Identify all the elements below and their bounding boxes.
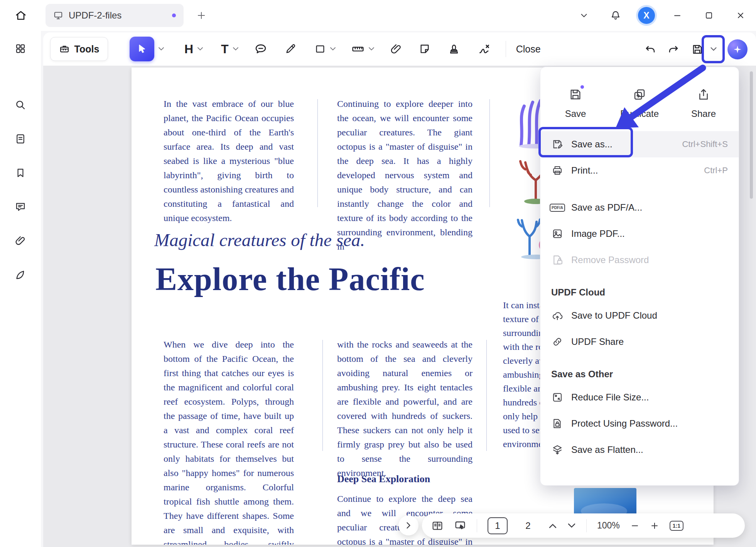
save-menu-dropdown-button[interactable] bbox=[706, 47, 721, 52]
minus-icon bbox=[630, 521, 640, 530]
comments-button[interactable] bbox=[10, 197, 30, 217]
compress-icon bbox=[551, 391, 564, 403]
menu-item-reduce-file-size[interactable]: Reduce File Size... bbox=[540, 384, 739, 410]
unsaved-changes-dot bbox=[172, 14, 176, 17]
bookmarks-button[interactable] bbox=[10, 163, 30, 183]
maximize-button[interactable] bbox=[700, 6, 718, 25]
undo-button[interactable] bbox=[644, 43, 656, 56]
menu-share-button[interactable]: Share bbox=[672, 75, 736, 131]
menu-item-save-as[interactable]: Save as... Ctrl+Shift+S bbox=[540, 131, 739, 157]
reader-view-button[interactable] bbox=[431, 520, 444, 532]
flatten-layers-icon bbox=[551, 444, 564, 456]
menu-section-cloud: UPDF Cloud bbox=[540, 273, 739, 302]
heading-tool-chevron[interactable] bbox=[197, 47, 203, 51]
signature-tool-button[interactable] bbox=[478, 42, 492, 56]
attach-tool-button[interactable] bbox=[390, 43, 402, 55]
menu-item-updf-share[interactable]: UPDF Share bbox=[540, 329, 739, 355]
page-1-button[interactable]: 1 bbox=[488, 517, 508, 534]
account-avatar[interactable]: X bbox=[638, 7, 655, 24]
ai-assistant-button[interactable] bbox=[727, 39, 748, 59]
app-grid-button[interactable] bbox=[10, 39, 30, 59]
text-tool-chevron[interactable] bbox=[233, 47, 239, 51]
close-window-button[interactable] bbox=[731, 6, 750, 25]
heading-tool-button[interactable]: H bbox=[184, 42, 193, 56]
menu-gap bbox=[540, 184, 739, 194]
next-page-button[interactable] bbox=[567, 523, 576, 529]
column-divider bbox=[317, 99, 318, 207]
zoom-level[interactable]: 100% bbox=[597, 520, 620, 531]
menu-item-save-to-cloud[interactable]: Save to UPDF Cloud bbox=[540, 302, 739, 329]
previous-page-button[interactable] bbox=[548, 523, 557, 529]
pen-icon bbox=[284, 43, 297, 55]
vertical-scrollbar-thumb[interactable] bbox=[750, 71, 753, 199]
fit-actual-size-button[interactable]: 1:1 bbox=[670, 521, 683, 531]
page-thumbnails-button[interactable] bbox=[10, 129, 30, 149]
search-button[interactable] bbox=[10, 95, 30, 115]
print-shortcut: Ctrl+P bbox=[704, 165, 728, 176]
avatar-initial: X bbox=[643, 10, 649, 21]
sketch-pen-button[interactable] bbox=[10, 265, 30, 285]
menu-item-save-as-flatten[interactable]: Save as Flatten... bbox=[540, 437, 739, 463]
stamp-tool-button[interactable] bbox=[448, 43, 460, 55]
search-icon bbox=[15, 99, 26, 111]
maximize-icon bbox=[704, 11, 714, 20]
select-tool-chevron[interactable] bbox=[158, 47, 164, 51]
link-icon bbox=[551, 336, 564, 348]
comment-tool-icon bbox=[254, 42, 267, 56]
left-sidebar bbox=[0, 31, 41, 547]
menu-item-image-pdf[interactable]: Image PDF... bbox=[540, 221, 739, 247]
attachments-button[interactable] bbox=[10, 231, 30, 251]
minimize-button[interactable] bbox=[668, 6, 687, 25]
measure-tool-chevron[interactable] bbox=[368, 47, 375, 51]
notifications-button[interactable] bbox=[606, 6, 625, 25]
measure-tool-button[interactable] bbox=[351, 42, 364, 56]
tab-list-dropdown-button[interactable] bbox=[575, 6, 593, 25]
tools-label: Tools bbox=[74, 44, 100, 55]
zoom-out-button[interactable] bbox=[630, 521, 640, 530]
redo-button[interactable] bbox=[667, 43, 680, 56]
sticker-tool-button[interactable] bbox=[418, 43, 431, 55]
menu-item-save-as-pdfa[interactable]: PDF/A Save as PDF/A... bbox=[540, 194, 739, 221]
tab-title: UPDF-2-files bbox=[69, 10, 167, 21]
minimize-icon bbox=[673, 11, 682, 20]
save-button[interactable] bbox=[691, 43, 704, 56]
chevron-up-icon bbox=[548, 523, 557, 529]
page-2-button[interactable]: 2 bbox=[518, 517, 538, 534]
menu-quick-actions: Save Duplicate Share bbox=[540, 73, 739, 131]
monitor-icon bbox=[53, 10, 63, 20]
statusbar-divider bbox=[586, 519, 587, 532]
expand-page-panel-button[interactable] bbox=[398, 515, 418, 535]
paragraph-col1-bottom: When we dive deep into the bottom of the… bbox=[164, 338, 294, 545]
main-heading: Explore the Pacific bbox=[155, 260, 425, 298]
text-tool-button[interactable]: T bbox=[221, 42, 229, 56]
menu-item-protect-password[interactable]: Protect Using Password... bbox=[540, 410, 739, 437]
menu-save-button[interactable]: Save bbox=[543, 75, 608, 131]
editor-toolbar: Tools H T bbox=[43, 32, 756, 66]
pen-tool-button[interactable] bbox=[284, 43, 297, 55]
chevron-down-icon bbox=[579, 11, 589, 20]
chevron-right-icon bbox=[406, 522, 411, 529]
presentation-mode-button[interactable] bbox=[454, 520, 466, 532]
select-tool-button[interactable] bbox=[130, 37, 154, 61]
chevron-down-small-icon bbox=[710, 47, 717, 52]
toolbar-divider bbox=[506, 41, 506, 57]
stamp-icon bbox=[448, 43, 460, 55]
menu-duplicate-button[interactable]: Duplicate bbox=[608, 75, 672, 131]
menu-item-remove-password: Remove Password bbox=[540, 247, 739, 273]
zoom-in-button[interactable] bbox=[650, 521, 659, 530]
status-bar: 1 2 100% 1:1 bbox=[422, 513, 745, 538]
save-floppy-icon bbox=[691, 43, 704, 56]
shape-tool-chevron[interactable] bbox=[330, 47, 336, 51]
close-edit-button[interactable]: Close bbox=[516, 44, 541, 55]
shape-tool-button[interactable] bbox=[314, 43, 326, 55]
save-as-shortcut: Ctrl+Shift+S bbox=[682, 139, 728, 149]
close-icon bbox=[736, 11, 745, 20]
menu-item-print[interactable]: Print... Ctrl+P bbox=[540, 157, 739, 184]
redo-icon bbox=[667, 43, 680, 56]
comment-tool-button[interactable] bbox=[254, 42, 267, 56]
document-tab[interactable]: UPDF-2-files bbox=[46, 4, 184, 27]
home-button[interactable] bbox=[10, 5, 32, 26]
new-tab-button[interactable] bbox=[193, 7, 210, 24]
document-icon bbox=[15, 133, 26, 145]
tools-button[interactable]: Tools bbox=[50, 37, 108, 61]
